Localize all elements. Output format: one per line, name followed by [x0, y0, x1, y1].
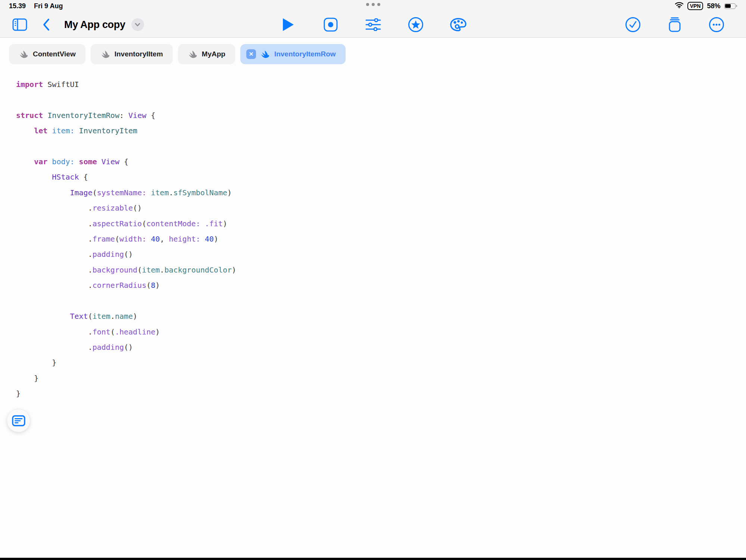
code-line[interactable]	[0, 139, 746, 154]
app-stack-icon[interactable]	[666, 16, 683, 33]
code-line[interactable]	[0, 293, 746, 309]
vpn-badge: VPN	[687, 2, 703, 10]
toolbar: My App copy	[0, 12, 746, 37]
swift-playgrounds-window: 15.39 Fri 9 Aug VPN 58%	[0, 0, 746, 560]
tab-label: InventoryItemRow	[274, 50, 336, 58]
code-line[interactable]: Image(systemName: item.sfSymbolName)	[0, 185, 746, 200]
code-line[interactable]: .background(item.backgroundColor)	[0, 262, 746, 278]
screen-bottom-edge	[0, 558, 746, 560]
tab-inventoryitemrow[interactable]: ✕ InventoryItemRow	[240, 44, 346, 64]
multitasking-dots-icon[interactable]	[366, 3, 380, 6]
check-submit-icon[interactable]	[624, 16, 642, 33]
tab-inventoryiitem[interactable]: InventoryIItem	[91, 44, 173, 64]
sliders-icon[interactable]	[365, 16, 382, 33]
code-line[interactable]: .cornerRadius(8)	[0, 278, 746, 293]
code-line[interactable]: .resizable()	[0, 200, 746, 216]
guides-star-icon[interactable]	[407, 16, 424, 33]
code-line[interactable]: var body: some View {	[0, 154, 746, 169]
close-tab-icon[interactable]: ✕	[246, 49, 256, 59]
tab-myapp[interactable]: MyApp	[178, 44, 235, 64]
battery-icon	[724, 3, 737, 9]
code-line[interactable]: .aspectRatio(contentMode: .fit)	[0, 216, 746, 231]
tabs-row: ContentView InventoryIItem MyApp✕ Invent…	[9, 44, 746, 64]
tab-label: MyApp	[202, 50, 225, 58]
status-date: Fri 9 Aug	[34, 2, 63, 10]
swift-file-icon	[188, 49, 198, 59]
tab-contentview[interactable]: ContentView	[9, 44, 85, 64]
status-bar: 15.39 Fri 9 Aug VPN 58%	[0, 0, 746, 12]
live-preview-icon[interactable]	[322, 16, 339, 33]
code-line[interactable]: let item: InventoryItem	[0, 123, 746, 139]
code-line[interactable]: }	[0, 386, 746, 401]
back-button[interactable]	[41, 16, 51, 33]
palette-icon[interactable]	[450, 16, 467, 33]
swift-file-icon	[19, 49, 29, 59]
code-line[interactable]: .padding()	[0, 340, 746, 355]
chevron-down-icon[interactable]	[131, 18, 144, 31]
code-editor[interactable]: import SwiftUI struct InventoryItemRow: …	[0, 77, 746, 556]
code-line[interactable]: .font(.headline)	[0, 324, 746, 340]
swift-file-icon	[260, 49, 270, 59]
code-line[interactable]: }	[0, 355, 746, 370]
code-line[interactable]: import SwiftUI	[0, 77, 746, 92]
code-line[interactable]: HStack {	[0, 169, 746, 185]
tab-label: ContentView	[33, 50, 76, 58]
run-button[interactable]	[280, 16, 297, 33]
top-chrome: 15.39 Fri 9 Aug VPN 58%	[0, 0, 746, 38]
status-time: 15.39	[9, 2, 26, 10]
code-line[interactable]: Text(item.name)	[0, 309, 746, 324]
document-title: My App copy	[64, 19, 125, 31]
document-title-menu[interactable]: My App copy	[64, 18, 144, 31]
code-line[interactable]: .padding()	[0, 247, 746, 262]
code-line[interactable]: }	[0, 371, 746, 386]
more-ellipsis-icon[interactable]	[708, 16, 725, 33]
swift-file-icon	[100, 49, 110, 59]
tab-label: InventoryIItem	[115, 50, 163, 58]
code-line[interactable]	[0, 92, 746, 108]
code-line[interactable]: .frame(width: 40, height: 40)	[0, 231, 746, 247]
console-log-button[interactable]	[7, 409, 30, 432]
sidebar-toggle-icon[interactable]	[11, 16, 28, 33]
code-line[interactable]: struct InventoryItemRow: View {	[0, 108, 746, 123]
battery-percent: 58%	[707, 2, 720, 10]
wifi-icon	[675, 1, 684, 10]
